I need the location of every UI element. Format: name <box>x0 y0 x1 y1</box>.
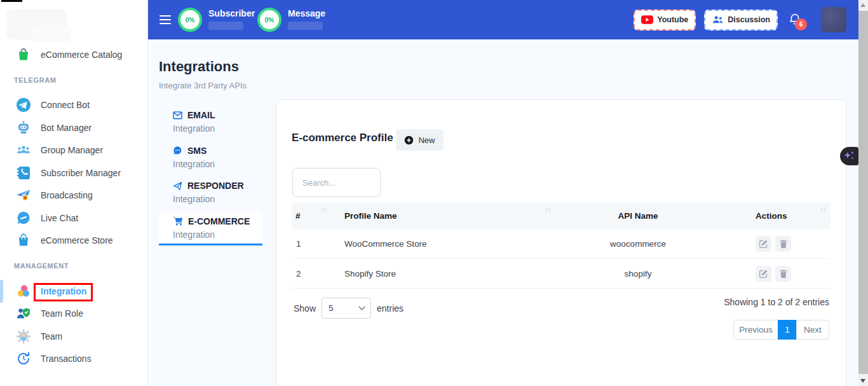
sidebar-item-group-manager[interactable]: Group Manager <box>0 139 147 162</box>
scrollbar[interactable] <box>858 0 868 386</box>
sidebar-item-bot-manager[interactable]: Bot Manager <box>0 116 147 139</box>
tab-title: RESPONDER <box>187 181 244 191</box>
panel-title: E-commerce Profile <box>292 132 393 144</box>
sidebar: eCommerce Catalog TELEGRAM Connect Bot B… <box>0 0 148 386</box>
table-row: 1 WooCommerce Store woocommerce <box>292 229 831 259</box>
sidebar-item-label: Bot Manager <box>41 123 92 133</box>
delete-button[interactable] <box>775 236 791 252</box>
paper-plane-icon <box>173 181 182 191</box>
sidebar-item-label: Live Chat <box>41 213 78 223</box>
scrollbar-down-arrow[interactable] <box>860 379 865 383</box>
cell-profile-name: WooCommerce Store <box>339 239 555 249</box>
sort-icon[interactable]: ↑↓ <box>322 205 327 213</box>
logo-mark <box>1 0 22 2</box>
shopping-bag-green-icon <box>16 47 31 62</box>
cell-profile-name: Shopify Store <box>339 269 555 279</box>
page-size-select[interactable]: 5 <box>322 298 371 319</box>
sidebar-item-integration[interactable]: Integration <box>0 280 147 303</box>
group-icon <box>16 142 31 158</box>
sidebar-item-label: eCommerce Store <box>41 235 113 245</box>
tab-ecommerce-integration[interactable]: E-COMMERCE Integration <box>159 212 262 245</box>
hamburger-menu-icon[interactable] <box>159 13 171 27</box>
sidebar-item-label: Connect Bot <box>41 100 90 110</box>
discussion-icon <box>712 15 724 25</box>
entries-label: entries <box>377 303 403 314</box>
ecommerce-profile-card: E-commerce Profile New #↑↓ Profile Name↑… <box>276 99 846 386</box>
search-input[interactable] <box>292 168 381 197</box>
sidebar-item-ecommerce-store[interactable]: eCommerce Store <box>0 230 147 252</box>
edit-button[interactable] <box>756 266 771 282</box>
table-row: 2 Shopify Store shopify <box>292 259 831 289</box>
notification-badge: 6 <box>795 18 807 31</box>
sidebar-item-subscriber-manager[interactable]: Subscriber Manager <box>0 162 147 184</box>
tab-title: SMS <box>187 146 207 156</box>
scrollbar-up-arrow[interactable] <box>860 3 865 7</box>
cell-api-name: woocommerce <box>555 239 721 249</box>
youtube-button-label: Youtube <box>657 15 688 24</box>
sidebar-item-live-chat[interactable]: Live Chat <box>0 207 147 230</box>
pagination: Previous 1 Next <box>733 320 829 340</box>
show-label: Show <box>294 303 316 314</box>
sidebar-item-label: Broadcasting <box>41 190 93 200</box>
pagination-previous[interactable]: Previous <box>733 320 778 340</box>
sidebar-item-ecommerce-catalog[interactable]: eCommerce Catalog <box>0 43 147 66</box>
pagination-page-1[interactable]: 1 <box>778 320 797 340</box>
ai-assistant-fab[interactable] <box>840 147 858 165</box>
sort-icon[interactable]: ↑↓ <box>820 205 826 213</box>
message-percent: 0% <box>265 17 274 24</box>
sidebar-item-label: Group Manager <box>41 145 103 155</box>
telegram-icon <box>16 97 31 113</box>
clock-history-icon <box>16 351 31 366</box>
scrollbar-thumb[interactable] <box>858 11 868 374</box>
subscriber-value-redacted <box>208 22 243 30</box>
tab-sms-integration[interactable]: SMS Integration <box>159 141 262 175</box>
subscriber-percent: 0% <box>186 17 194 24</box>
sidebar-item-label: Integration <box>41 286 86 296</box>
discussion-button-label: Discussion <box>728 15 770 24</box>
col-index[interactable]: # <box>295 211 301 221</box>
message-label: Message <box>288 8 326 18</box>
delete-button[interactable] <box>775 266 791 282</box>
new-button[interactable]: New <box>396 129 444 151</box>
sparkles-icon <box>843 149 856 163</box>
avatar[interactable] <box>821 7 846 32</box>
tab-responder-integration[interactable]: RESPONDER Integration <box>159 176 262 210</box>
sidebar-item-label: Team Role <box>41 308 83 319</box>
new-button-label: New <box>418 135 435 145</box>
sidebar-item-label: Subscriber Manager <box>41 168 121 178</box>
edit-button[interactable] <box>756 236 771 252</box>
message-progress-ring: 0% <box>257 8 281 32</box>
discussion-button[interactable]: Discussion <box>704 10 778 31</box>
tab-subtitle: Integration <box>173 230 262 240</box>
sort-icon[interactable]: ↑↓ <box>545 205 551 213</box>
col-actions[interactable]: Actions <box>756 211 787 221</box>
sidebar-item-team-role[interactable]: Team Role <box>0 303 147 326</box>
tab-email-integration[interactable]: EMAIL Integration <box>159 106 262 139</box>
topbar: 0% Subscriber 0% Message Youtube Discuss… <box>148 0 868 39</box>
cell-index: 1 <box>292 239 339 249</box>
contact-book-icon <box>16 165 31 181</box>
sidebar-item-connect-bot[interactable]: Connect Bot <box>0 94 147 117</box>
sidebar-item-label: Team <box>41 331 62 341</box>
cart-icon <box>173 216 183 226</box>
chat-bubble-icon <box>16 210 31 226</box>
active-item-indicator <box>0 280 3 303</box>
page-title: Integrations <box>159 59 239 75</box>
youtube-button[interactable]: Youtube <box>634 10 696 31</box>
sms-bubble-icon <box>173 146 182 155</box>
envelope-icon <box>173 111 182 120</box>
app-root: eCommerce Catalog TELEGRAM Connect Bot B… <box>0 0 868 386</box>
sidebar-item-team[interactable]: Team <box>0 325 147 348</box>
sidebar-item-broadcasting[interactable]: Broadcasting <box>0 184 147 207</box>
shopping-bag-blue-icon <box>16 233 31 248</box>
sidebar-item-transactions[interactable]: Transactions <box>0 348 147 371</box>
col-api-name[interactable]: API Name <box>618 211 658 221</box>
logo-placeholder-2 <box>32 27 71 42</box>
cell-api-name: shopify <box>555 269 721 279</box>
pagination-next[interactable]: Next <box>796 320 829 340</box>
shield-person-icon <box>16 306 31 321</box>
subscriber-label: Subscriber <box>208 8 247 18</box>
notifications-button[interactable]: 6 <box>788 11 803 28</box>
col-profile-name[interactable]: Profile Name <box>344 211 397 221</box>
integration-circles-icon <box>16 284 31 299</box>
